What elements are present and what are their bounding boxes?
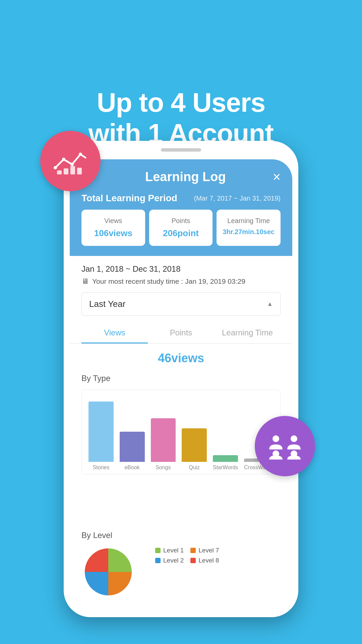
tab-learning-time[interactable]: Learning Time [214,321,281,343]
period-label: Total Learning Period [81,193,177,204]
svg-rect-4 [57,170,62,174]
tab-views[interactable]: Views [81,321,148,343]
by-type-title: By Type [81,374,281,383]
learning-time-card: Learning Time 3hr.27min.10sec [217,210,281,246]
level-content: Level 1 Level 7 Level 2 [81,545,281,599]
svg-rect-6 [70,166,75,174]
bar-chart-container: StorieseBookSongsQuizStarWordsCrossWords [81,390,281,474]
phone-frame: Learning Log × Total Learning Period (Ma… [64,141,298,617]
level1-dot [155,548,161,553]
bar-group: Quiz [182,428,207,471]
app-header: Learning Log × [70,159,292,193]
bar-group: Songs [151,418,176,471]
bar-group: Stories [88,401,114,471]
level7-dot [190,548,196,553]
bar-label: Songs [156,465,171,471]
level8-dot [190,558,196,563]
tabs-bar: Views Points Learning Time [70,321,292,344]
users-badge [255,416,315,476]
learning-time-value: 3hr.27min.10sec [223,228,275,236]
bar-label: Quiz [189,465,200,471]
dropdown-value: Last Year [89,299,125,309]
level7-label: Level 7 [198,547,219,554]
app-title: Learning Log [98,170,273,184]
level2-label: Level 2 [163,557,184,564]
level2-dot [155,558,161,563]
date-range-text: Jan 1, 2018 ~ Dec 31, 2018 [81,264,281,274]
bar-group: StarWords [213,455,238,471]
svg-point-8 [273,435,279,442]
hero-section: Up to 4 Users with 1 Account [0,0,362,149]
legend-item-level2: Level 2 [155,557,184,564]
bar-label: Stories [93,465,109,471]
level1-label: Level 1 [163,547,184,554]
bar-stories [88,401,114,462]
bar-quiz [182,428,207,462]
legend-item-level8: Level 8 [190,557,219,564]
bar-chart: StorieseBookSongsQuizStarWordsCrossWords [88,397,274,471]
bar-ebook [120,432,145,462]
date-range-section: Jan 1, 2018 ~ Dec 31, 2018 🖥 Your most r… [70,256,292,321]
phone-mockup: Learning Log × Total Learning Period (Ma… [64,141,298,617]
chart-icon [54,148,87,174]
bar-group: eBook [120,432,145,471]
bar-label: StarWords [213,465,238,471]
tab-points[interactable]: Points [148,321,214,343]
users-icon [266,433,303,460]
views-label: Views [87,217,139,225]
close-button[interactable]: × [273,169,281,184]
svg-rect-7 [77,168,82,174]
stats-badge [40,131,101,191]
points-card: Points 206point [149,210,213,246]
hero-title: Up to 4 Users with 1 Account [0,44,362,149]
pie-chart [81,545,148,599]
legend-item-level1: Level 1 [155,547,184,554]
phone-notch [161,148,201,152]
bar-label: eBook [124,465,139,471]
total-views-count: 46views [70,344,292,369]
monitor-icon: 🖥 [81,277,89,286]
phone-screen: Learning Log × Total Learning Period (Ma… [70,159,292,599]
learning-time-label: Learning Time [223,217,275,225]
svg-point-0 [54,166,57,169]
period-dates: (Mar 7, 2017 ~ Jan 31, 2019) [194,195,281,202]
main-area: Jan 1, 2018 ~ Dec 31, 2018 🖥 Your most r… [70,256,292,599]
points-value: 206point [155,228,207,238]
svg-point-1 [62,158,65,161]
legend: Level 1 Level 7 Level 2 [155,545,219,599]
level8-label: Level 8 [198,557,219,564]
period-header: Total Learning Period (Mar 7, 2017 ~ Jan… [81,193,281,204]
svg-point-9 [291,435,297,442]
views-value: 106views [87,228,139,238]
svg-rect-5 [64,168,68,174]
bar-starwords [213,455,238,462]
svg-point-3 [79,153,82,156]
bar-songs [151,418,176,462]
svg-point-2 [70,163,74,166]
recent-study-text: Your most recent study time : Jan 19, 20… [92,277,245,285]
points-label: Points [155,217,207,225]
legend-item-level7: Level 7 [190,547,219,554]
chevron-up-icon: ▲ [267,301,273,308]
recent-study: 🖥 Your most recent study time : Jan 19, … [81,277,281,286]
views-card: Views 106views [81,210,145,246]
stats-cards: Views 106views Points 206point Learning … [81,210,281,246]
level-section: By Level [70,526,292,599]
app-content: Learning Log × Total Learning Period (Ma… [70,159,292,599]
stats-section: Total Learning Period (Mar 7, 2017 ~ Jan… [70,193,292,256]
by-level-title: By Level [81,531,281,540]
period-dropdown[interactable]: Last Year ▲ [81,292,281,316]
app-header-top: Learning Log × [81,169,281,184]
